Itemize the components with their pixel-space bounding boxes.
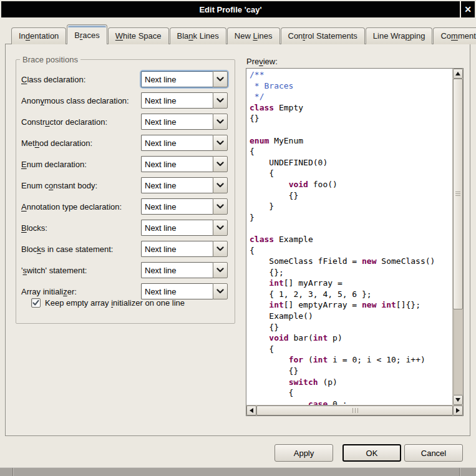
- tab-new-lines[interactable]: New Lines: [227, 27, 280, 44]
- dropdown-arrow-button[interactable]: [213, 262, 228, 278]
- blocks-in-case-statement-dropdown[interactable]: Next line: [141, 241, 228, 257]
- taskbar-divider: [459, 468, 460, 476]
- tab-comments[interactable]: Comments: [433, 27, 476, 44]
- annotation-type-declaration-dropdown[interactable]: Next line: [141, 198, 228, 215]
- brace-positions-group: Brace positions Class declaration:Next l…: [16, 59, 235, 324]
- preview-code[interactable]: /** * Braces */class Empty{} enum MyEnum…: [246, 69, 452, 405]
- chevron-down-icon: [216, 204, 224, 209]
- code-line: class Empty: [250, 102, 449, 114]
- horizontal-scrollbar[interactable]: [246, 405, 463, 415]
- tab-white-space[interactable]: White Space: [108, 27, 169, 44]
- anonymous-class-declaration-dropdown[interactable]: Next line: [141, 92, 228, 109]
- code-line: {: [250, 344, 449, 355]
- brace-position-row: Anonymous class declaration:Next line: [21, 90, 230, 111]
- code-line: SomeClass fField = new SomeClass(): [250, 256, 449, 267]
- brace-position-row: 'switch' statement:Next line: [21, 260, 230, 281]
- code-line: case 0 :: [250, 399, 449, 405]
- vertical-scrollbar[interactable]: [452, 69, 463, 405]
- enum-constant-body-dropdown[interactable]: Next line: [141, 177, 228, 193]
- code-line: UNDEFINED(0): [250, 157, 449, 168]
- code-line: * Braces: [250, 80, 449, 92]
- vertical-scrollbar-thumb[interactable]: [453, 79, 463, 309]
- arrow-right-icon: [456, 408, 460, 413]
- chevron-down-icon: [216, 225, 224, 230]
- code-line: Example(): [250, 311, 449, 322]
- scroll-right-button[interactable]: [453, 406, 463, 415]
- dialog-buttons: ApplyOKCancel: [274, 444, 463, 462]
- cancel-button[interactable]: Cancel: [404, 444, 463, 462]
- method-declaration-dropdown[interactable]: Next line: [141, 135, 228, 151]
- brace-position-row: Blocks in case statement:Next line: [21, 238, 230, 260]
- enum-declaration-dropdown[interactable]: Next line: [141, 156, 228, 172]
- code-line: [250, 223, 449, 234]
- brace-position-row: Enum declaration:Next line: [21, 153, 230, 175]
- dropdown-value: Next line: [141, 177, 213, 193]
- vertical-scrollbar-track[interactable]: [453, 79, 463, 395]
- brace-position-rows: Class declaration:Next lineAnonymous cla…: [21, 69, 230, 302]
- class-declaration-dropdown[interactable]: Next line: [141, 71, 228, 87]
- dropdown-arrow-button[interactable]: [213, 220, 228, 236]
- code-line: {: [250, 245, 449, 256]
- tab-braces[interactable]: Braces: [67, 24, 107, 44]
- code-line: int[] myArray =: [250, 278, 449, 289]
- dropdown-arrow-button[interactable]: [213, 156, 228, 172]
- dropdown-arrow-button[interactable]: [213, 283, 228, 299]
- annotation-type-declaration-label: Annotation type declaration:: [21, 202, 141, 211]
- chevron-down-icon: [216, 140, 224, 145]
- ok-button[interactable]: OK: [342, 444, 401, 462]
- scroll-up-button[interactable]: [453, 69, 463, 79]
- brace-position-row: Enum constant body:Next line: [21, 175, 230, 196]
- class-declaration-label: Class declaration:: [21, 75, 141, 84]
- chevron-down-icon: [216, 98, 224, 103]
- enum-constant-body-label: Enum constant body:: [21, 181, 141, 190]
- scroll-down-button[interactable]: [453, 395, 463, 405]
- keep-empty-array-initializer-row: Keep empty array initializer on one line: [31, 298, 185, 308]
- chevron-down-icon: [216, 119, 224, 124]
- dropdown-arrow-button[interactable]: [213, 114, 228, 130]
- dropdown-value: Next line: [141, 135, 213, 151]
- code-line: }: [250, 201, 449, 212]
- dropdown-value: Next line: [141, 198, 213, 215]
- apply-button[interactable]: Apply: [274, 444, 333, 462]
- blocks-in-case-statement-label: Blocks in case statement:: [21, 245, 141, 254]
- code-line: {}: [250, 190, 449, 202]
- preview-label: Preview:: [246, 57, 278, 66]
- switch-statement-dropdown[interactable]: Next line: [141, 262, 228, 278]
- dialog-title: Edit Profile 'cay': [199, 5, 261, 14]
- taskbar-strip: [0, 467, 476, 476]
- blocks-dropdown[interactable]: Next line: [141, 220, 228, 236]
- code-line: void foo(): [250, 179, 449, 190]
- constructor-declaration-dropdown[interactable]: Next line: [141, 114, 228, 130]
- array-initializer-dropdown[interactable]: Next line: [141, 283, 228, 299]
- dropdown-arrow-button[interactable]: [213, 177, 228, 193]
- tab-line-wrapping[interactable]: Line Wrapping: [366, 27, 433, 44]
- horizontal-scrollbar-thumb[interactable]: [256, 406, 453, 415]
- checkmark-icon: [32, 299, 39, 306]
- dropdown-arrow-button[interactable]: [213, 135, 228, 151]
- tab-blank-lines[interactable]: Blank Lines: [170, 27, 226, 44]
- code-line: {: [250, 168, 449, 179]
- code-line: { 1, 2, 3, 4, 5, 6 };: [250, 289, 449, 300]
- chevron-down-icon: [216, 183, 224, 188]
- horizontal-scrollbar-track[interactable]: [256, 406, 453, 415]
- keep-empty-array-initializer-checkbox[interactable]: [31, 298, 41, 308]
- brace-position-row: Blocks:Next line: [21, 217, 230, 238]
- dialog-titlebar[interactable]: Edit Profile 'cay': [1, 1, 460, 17]
- dropdown-value: Next line: [141, 114, 213, 130]
- scroll-left-button[interactable]: [246, 406, 256, 415]
- dropdown-arrow-button[interactable]: [213, 198, 228, 215]
- dropdown-arrow-button[interactable]: [213, 241, 228, 257]
- group-title: Brace positions: [20, 55, 80, 64]
- code-line: {}: [250, 113, 449, 124]
- method-declaration-label: Method declaration:: [21, 138, 141, 148]
- array-initializer-label: Array initializer:: [21, 287, 141, 296]
- tab-control-statements[interactable]: Control Statements: [281, 27, 365, 44]
- constructor-declaration-label: Constructor declaration:: [21, 117, 141, 127]
- code-line: {}: [250, 322, 449, 333]
- chevron-down-icon: [216, 268, 224, 273]
- dropdown-value: Next line: [141, 283, 213, 299]
- dropdown-arrow-button[interactable]: [213, 71, 228, 87]
- close-button[interactable]: ✕: [461, 1, 475, 17]
- tab-indentation[interactable]: Indentation: [11, 27, 66, 44]
- dropdown-arrow-button[interactable]: [213, 92, 228, 109]
